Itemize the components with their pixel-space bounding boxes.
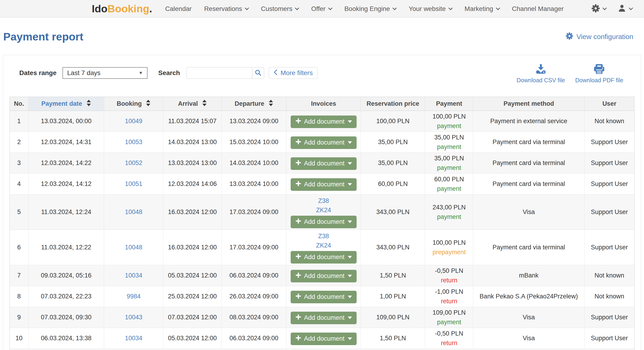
cell-payment-date: 12.03.2024, 14:12 bbox=[28, 174, 104, 194]
user-menu[interactable] bbox=[618, 4, 632, 14]
nav-item-offer[interactable]: Offer bbox=[311, 5, 332, 12]
column-header-label: User bbox=[602, 100, 616, 107]
add-document-button[interactable]: Add document bbox=[291, 178, 356, 191]
column-header-payment-date[interactable]: Payment date bbox=[28, 97, 104, 111]
invoice-link[interactable]: ZK24 bbox=[289, 206, 358, 215]
add-document-button[interactable]: Add document bbox=[291, 291, 356, 303]
booking-link[interactable]: 10048 bbox=[125, 244, 142, 251]
search-input[interactable] bbox=[186, 67, 252, 79]
add-document-label: Add document bbox=[304, 118, 344, 125]
logo-text-ido: Ido bbox=[92, 3, 107, 15]
nav-item-calendar[interactable]: Calendar bbox=[165, 5, 192, 12]
nav-item-label: Marketing bbox=[465, 5, 493, 12]
table-row: 412.03.2024, 14:121005112.03.2024 14:061… bbox=[10, 174, 634, 194]
gear-icon bbox=[592, 4, 600, 14]
cell-user: Support User bbox=[584, 153, 634, 174]
payments-table-wrap: No.Payment dateBookingArrivalDepartureIn… bbox=[10, 97, 634, 350]
payment-amount: -1,00 PLN bbox=[428, 288, 471, 296]
nav-item-label: Offer bbox=[311, 5, 326, 12]
column-header-label: Payment date bbox=[41, 100, 82, 107]
cell-arrival: 14.03.2024 13:00 bbox=[163, 132, 222, 153]
nav-item-label: Channel Manager bbox=[512, 5, 564, 12]
cell-row-number: 5 bbox=[10, 194, 28, 230]
table-row: 312.03.2024, 14:221005213.03.2024 13:001… bbox=[10, 153, 634, 174]
settings-menu[interactable] bbox=[592, 4, 606, 14]
booking-link[interactable]: 10049 bbox=[125, 118, 142, 124]
cell-payment-date: 09.03.2024, 05:16 bbox=[28, 265, 104, 286]
add-document-label: Add document bbox=[304, 314, 344, 322]
cell-departure: 13.03.2024 10:00 bbox=[222, 174, 286, 194]
column-header-booking[interactable]: Booking bbox=[104, 97, 163, 111]
cell-payment: 35,00 PLNpayment bbox=[425, 153, 473, 174]
view-configuration-label: View configuration bbox=[576, 33, 633, 41]
add-document-button[interactable]: Add document bbox=[291, 312, 356, 324]
nav-item-channel-manager[interactable]: Channel Manager bbox=[512, 5, 564, 12]
payment-type: payment bbox=[428, 164, 471, 172]
add-document-button[interactable]: Add document bbox=[291, 116, 356, 128]
chevron-down-icon bbox=[393, 6, 397, 10]
cell-user: Support User bbox=[584, 230, 634, 265]
cell-arrival: 05.03.2024 12:00 bbox=[163, 265, 222, 286]
cell-payment-method: Payment card via terminal bbox=[473, 153, 584, 174]
add-document-button[interactable]: Add document bbox=[291, 216, 356, 228]
table-row: 611.03.2024, 12:221004816.03.2024 12:001… bbox=[10, 230, 634, 265]
plus-icon bbox=[295, 272, 301, 280]
nav-item-booking-engine[interactable]: Booking Engine bbox=[344, 5, 396, 12]
filter-bar: Dates range Last 7 days ▼ Search bbox=[10, 67, 634, 84]
dates-range-select[interactable]: Last 7 days ▼ bbox=[62, 67, 148, 79]
payment-type: prepayment bbox=[428, 249, 471, 256]
column-header-label: Booking bbox=[117, 100, 142, 107]
column-header-no: No. bbox=[10, 97, 28, 111]
page-title: Payment report bbox=[3, 30, 84, 43]
booking-link[interactable]: 10034 bbox=[125, 335, 142, 342]
nav-item-reservations[interactable]: Reservations bbox=[204, 5, 248, 12]
chevron-down-icon bbox=[629, 6, 633, 10]
chevron-down-icon bbox=[245, 6, 249, 10]
add-document-button[interactable]: Add document bbox=[291, 270, 356, 282]
invoice-link[interactable]: Z38 bbox=[289, 196, 358, 206]
cell-reservation-price: 1,50 PLN bbox=[361, 328, 425, 349]
add-document-button[interactable]: Add document bbox=[291, 332, 356, 345]
booking-link[interactable]: 10053 bbox=[125, 138, 142, 146]
booking-link[interactable]: 10043 bbox=[125, 314, 142, 321]
cell-payment: -0,50 PLNreturn bbox=[425, 328, 473, 349]
view-configuration-link[interactable]: View configuration bbox=[566, 32, 633, 41]
nav-item-your-website[interactable]: Your website bbox=[409, 5, 452, 12]
cell-departure: 17.03.2024 09:00 bbox=[222, 194, 286, 230]
download-pdf-link[interactable]: Download PDF file bbox=[575, 64, 623, 84]
payment-type: payment bbox=[428, 185, 471, 192]
table-header-row: No.Payment dateBookingArrivalDepartureIn… bbox=[10, 97, 634, 111]
invoice-link[interactable]: Z38 bbox=[289, 232, 358, 241]
column-header-arrival[interactable]: Arrival bbox=[163, 97, 222, 111]
booking-link[interactable]: 10051 bbox=[125, 180, 142, 187]
booking-link[interactable]: 10048 bbox=[125, 208, 142, 216]
more-filters-button[interactable]: More filters bbox=[269, 67, 318, 79]
nav-item-marketing[interactable]: Marketing bbox=[465, 5, 500, 12]
cell-payment-method: Bank Pekao S.A (Pekao24Przelew) bbox=[473, 286, 584, 307]
booking-link[interactable]: 10034 bbox=[125, 272, 142, 279]
nav-item-customers[interactable]: Customers bbox=[261, 5, 298, 12]
add-document-label: Add document bbox=[304, 160, 344, 167]
column-header-reservation-price: Reservation price bbox=[361, 97, 425, 111]
search-button[interactable] bbox=[252, 67, 264, 79]
download-csv-link[interactable]: Download CSV file bbox=[517, 64, 565, 84]
booking-link[interactable]: 10052 bbox=[125, 160, 142, 166]
add-document-button[interactable]: Add document bbox=[291, 251, 356, 264]
app-logo[interactable]: IdoBooking. bbox=[92, 3, 152, 15]
caret-down-icon bbox=[348, 338, 352, 340]
invoice-link[interactable]: ZK24 bbox=[289, 241, 358, 250]
cell-departure: 08.03.2024 09:00 bbox=[222, 307, 286, 328]
logo-text-dot: . bbox=[149, 3, 152, 15]
chevron-down-icon bbox=[295, 6, 299, 10]
cell-row-number: 1 bbox=[10, 111, 28, 132]
column-header-departure[interactable]: Departure bbox=[222, 97, 286, 111]
add-document-button[interactable]: Add document bbox=[291, 136, 356, 149]
payment-amount: -0,50 PLN bbox=[428, 267, 471, 274]
add-document-button[interactable]: Add document bbox=[291, 157, 356, 170]
payment-amount: 35,00 PLN bbox=[428, 134, 471, 141]
cell-departure: 14.03.2024 10:00 bbox=[222, 153, 286, 174]
cell-reservation-price: 35,00 PLN bbox=[361, 153, 425, 174]
cell-payment: -1,00 PLNreturn bbox=[425, 286, 473, 307]
logo-text-booking: Booking bbox=[107, 3, 149, 15]
booking-link[interactable]: 9984 bbox=[126, 293, 140, 300]
